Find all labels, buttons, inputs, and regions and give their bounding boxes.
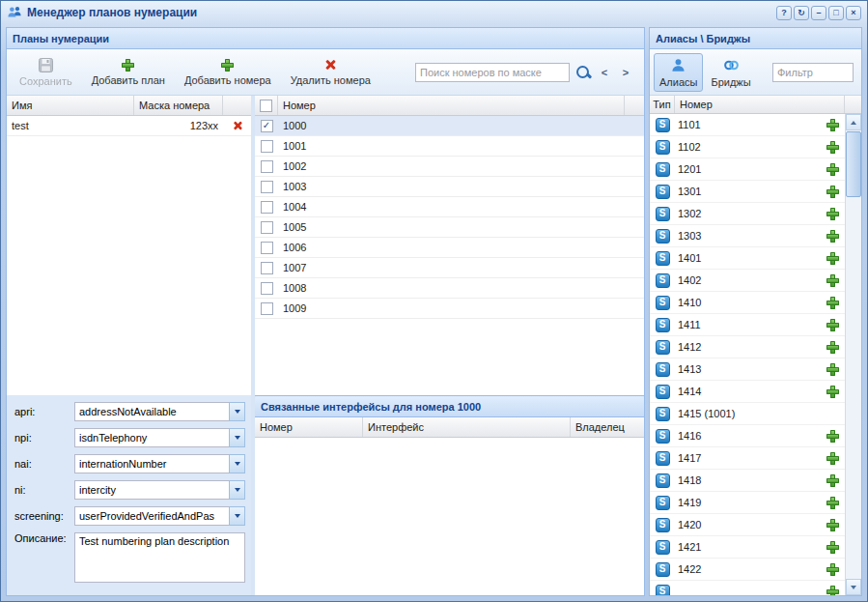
alias-row[interactable]: S1303 bbox=[650, 225, 845, 247]
add-alias-button[interactable] bbox=[826, 297, 839, 309]
number-row-checkbox[interactable] bbox=[261, 181, 273, 193]
number-row-checkbox[interactable] bbox=[261, 140, 273, 153]
add-numbers-button[interactable]: Добавить номера bbox=[176, 55, 280, 90]
add-alias-button[interactable] bbox=[826, 386, 839, 398]
form-field-combobox[interactable]: userProvidedVerifiedAndPas bbox=[74, 506, 245, 526]
add-plan-button[interactable]: Добавить план bbox=[83, 55, 174, 90]
scrollbar-thumb[interactable] bbox=[846, 131, 861, 197]
alias-row[interactable]: S1414 bbox=[650, 381, 845, 403]
number-row[interactable]: 1006 bbox=[255, 238, 644, 258]
description-textarea[interactable]: Test numbering plan description bbox=[74, 532, 245, 583]
add-alias-button[interactable] bbox=[826, 474, 839, 487]
add-alias-button[interactable] bbox=[826, 141, 839, 154]
combobox-dropdown-icon[interactable] bbox=[229, 402, 245, 421]
alias-row[interactable]: S1101 bbox=[650, 114, 845, 136]
maximize-button[interactable]: □ bbox=[828, 6, 844, 20]
number-row[interactable]: ✓1000 bbox=[255, 116, 644, 136]
add-alias-button[interactable] bbox=[826, 563, 839, 576]
refresh-button[interactable]: ↻ bbox=[794, 6, 809, 20]
alias-row[interactable]: S1421 bbox=[650, 536, 845, 559]
number-row[interactable]: 1009 bbox=[255, 299, 644, 319]
add-alias-button[interactable] bbox=[826, 274, 839, 287]
number-row-checkbox[interactable] bbox=[261, 160, 273, 173]
number-row-checkbox[interactable] bbox=[261, 221, 273, 234]
add-alias-button[interactable] bbox=[826, 363, 839, 376]
number-row-checkbox[interactable] bbox=[261, 242, 273, 254]
alias-row[interactable]: S1411 bbox=[650, 314, 845, 336]
alias-row[interactable]: S1401 bbox=[650, 247, 845, 270]
alias-row[interactable]: S1201 bbox=[650, 158, 845, 181]
combobox-dropdown-icon[interactable] bbox=[229, 428, 245, 447]
bridges-toggle-button[interactable]: Бриджы bbox=[705, 53, 756, 92]
alias-row[interactable]: S bbox=[650, 581, 845, 595]
column-header-alias-number[interactable]: Номер bbox=[675, 96, 845, 113]
alias-row[interactable]: S1422 bbox=[650, 559, 845, 581]
alias-row[interactable]: S1301 bbox=[650, 181, 845, 203]
search-input[interactable] bbox=[415, 63, 570, 82]
alias-row[interactable]: S1420 bbox=[650, 514, 845, 536]
scroll-down-button[interactable] bbox=[846, 579, 861, 595]
number-row-checkbox[interactable] bbox=[261, 282, 273, 295]
add-alias-button[interactable] bbox=[826, 452, 839, 465]
select-all-checkbox[interactable] bbox=[260, 100, 272, 112]
add-alias-button[interactable] bbox=[826, 319, 839, 331]
add-alias-button[interactable] bbox=[826, 230, 839, 243]
plan-row[interactable]: test 123xx bbox=[7, 116, 251, 136]
column-header-owner[interactable]: Владелец bbox=[571, 417, 644, 437]
prev-page-button[interactable]: < bbox=[596, 63, 613, 82]
aliases-toggle-button[interactable]: Алиасы bbox=[654, 53, 703, 92]
minimize-button[interactable]: – bbox=[811, 6, 826, 20]
alias-row[interactable]: S1413 bbox=[650, 358, 845, 381]
alias-row[interactable]: S1402 bbox=[650, 270, 845, 292]
add-alias-button[interactable] bbox=[826, 186, 839, 198]
form-field-combobox[interactable]: isdnTelephony bbox=[74, 428, 245, 447]
next-page-button[interactable]: > bbox=[617, 63, 634, 82]
column-header-name[interactable]: Имя bbox=[7, 96, 134, 115]
alias-row[interactable]: S1415 (1001) bbox=[650, 403, 845, 425]
column-header-if-number[interactable]: Номер bbox=[255, 417, 363, 437]
number-row[interactable]: 1007 bbox=[255, 258, 644, 278]
alias-row[interactable]: S1418 bbox=[650, 470, 845, 492]
add-alias-button[interactable] bbox=[826, 119, 839, 131]
column-header-interface[interactable]: Интерфейс bbox=[363, 417, 571, 437]
alias-row[interactable]: S1410 bbox=[650, 292, 845, 314]
delete-numbers-button[interactable]: Удалить номера bbox=[282, 54, 379, 90]
alias-row[interactable]: S1302 bbox=[650, 203, 845, 225]
number-row[interactable]: 1001 bbox=[255, 136, 644, 157]
add-alias-button[interactable] bbox=[826, 163, 839, 176]
column-header-type[interactable]: Тип bbox=[650, 96, 675, 113]
add-alias-button[interactable] bbox=[826, 586, 839, 596]
form-field-combobox[interactable]: addressNotAvailable bbox=[74, 402, 245, 421]
number-row[interactable]: 1003 bbox=[255, 177, 644, 197]
form-field-combobox[interactable]: internationNumber bbox=[74, 454, 245, 473]
column-header-number[interactable]: Номер bbox=[278, 96, 625, 115]
combobox-dropdown-icon[interactable] bbox=[229, 480, 245, 500]
number-row[interactable]: 1004 bbox=[255, 197, 644, 217]
save-button[interactable]: Сохранить bbox=[11, 54, 81, 91]
window-titlebar[interactable]: Менеджер планов нумерации ? ↻ – □ × bbox=[1, 1, 867, 24]
form-field-combobox[interactable]: intercity bbox=[74, 480, 245, 500]
delete-plan-icon[interactable] bbox=[232, 120, 243, 131]
number-row[interactable]: 1002 bbox=[255, 157, 644, 177]
filter-input[interactable] bbox=[772, 63, 854, 82]
combobox-dropdown-icon[interactable] bbox=[229, 454, 245, 473]
column-header-mask[interactable]: Маска номера bbox=[134, 96, 223, 115]
add-alias-button[interactable] bbox=[826, 430, 839, 443]
add-alias-button[interactable] bbox=[826, 208, 839, 220]
add-alias-button[interactable] bbox=[826, 252, 839, 265]
number-row[interactable]: 1005 bbox=[255, 217, 644, 238]
alias-row[interactable]: S1102 bbox=[650, 136, 845, 158]
aliases-scrollbar[interactable] bbox=[845, 114, 861, 595]
combobox-dropdown-icon[interactable] bbox=[229, 506, 245, 526]
alias-row[interactable]: S1416 bbox=[650, 425, 845, 447]
number-row-checkbox[interactable] bbox=[261, 302, 273, 315]
number-row-checkbox[interactable] bbox=[261, 262, 273, 274]
add-alias-button[interactable] bbox=[826, 341, 839, 354]
add-alias-button[interactable] bbox=[826, 541, 839, 554]
add-alias-button[interactable] bbox=[826, 497, 839, 509]
alias-row[interactable]: S1419 bbox=[650, 492, 845, 514]
scroll-up-button[interactable] bbox=[846, 114, 861, 130]
help-button[interactable]: ? bbox=[776, 6, 792, 20]
alias-row[interactable]: S1417 bbox=[650, 447, 845, 470]
search-button[interactable] bbox=[574, 63, 592, 82]
